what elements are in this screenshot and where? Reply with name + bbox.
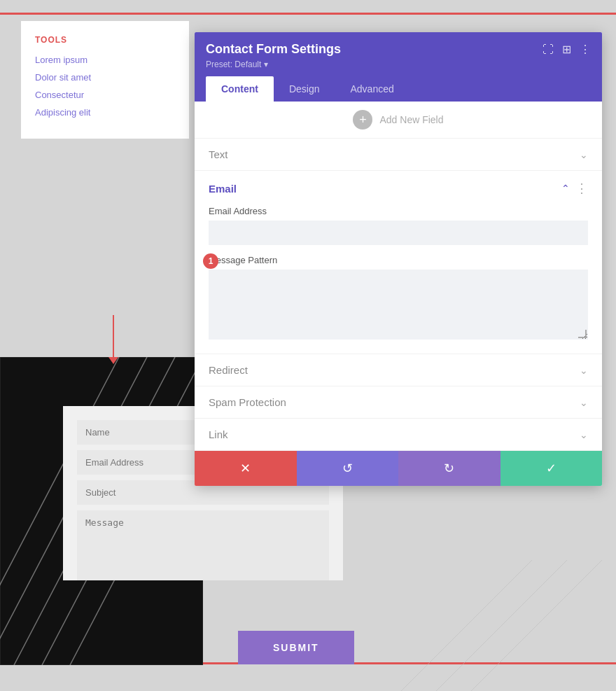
accordion-email-actions: ⌃ ⋮ — [561, 181, 588, 196]
tools-label: TOOLS — [35, 35, 175, 45]
add-field-row: + Add New Field — [195, 102, 602, 139]
panel-title: Contact Form Settings — [206, 42, 341, 57]
accordion-spam-header[interactable]: Spam Protection ⌄ — [195, 386, 602, 418]
fullscreen-icon[interactable]: ⛶ — [542, 43, 554, 56]
accordion-link-title: Link — [209, 428, 228, 440]
panel-icon-group: ⛶ ⊞ ⋮ — [542, 43, 591, 56]
more-options-icon[interactable]: ⋮ — [580, 43, 591, 56]
svg-line-7 — [427, 560, 567, 691]
accordion-email-header[interactable]: Email ⌃ ⋮ — [195, 171, 602, 206]
accordion-text: Text ⌄ — [195, 139, 602, 171]
accordion-redirect-header[interactable]: Redirect ⌄ — [195, 354, 602, 386]
message-pattern-textarea[interactable] — [209, 270, 588, 340]
accordion-redirect: Redirect ⌄ — [195, 354, 602, 386]
arrow-indicator — [108, 315, 118, 364]
accordion-email-title: Email — [209, 183, 237, 195]
accordion-spam-chevron: ⌄ — [580, 397, 588, 408]
panel-body: + Add New Field Text ⌄ Email ⌃ ⋮ Email A… — [195, 102, 602, 451]
save-button[interactable]: ✓ — [500, 451, 603, 486]
accordion-email-dots[interactable]: ⋮ — [575, 181, 588, 196]
panel-header: Contact Form Settings ⛶ ⊞ ⋮ Preset: Defa… — [195, 32, 602, 102]
accordion-email-chevron: ⌃ — [561, 183, 570, 194]
message-pattern-wrapper — [209, 270, 588, 340]
email-address-input[interactable] — [209, 221, 588, 245]
tab-advanced[interactable]: Advanced — [335, 76, 409, 102]
accordion-link: Link ⌄ — [195, 419, 602, 451]
accordion-email: Email ⌃ ⋮ Email Address Message Pattern — [195, 171, 602, 354]
arrow-head — [108, 357, 118, 364]
left-sidebar: TOOLS Lorem ipsum Dolor sit amet Consect… — [21, 21, 189, 139]
submit-button-wrapper: SUBMIT — [238, 631, 354, 664]
accordion-redirect-title: Redirect — [209, 364, 248, 376]
add-field-label: Add New Field — [379, 114, 443, 125]
accordion-text-chevron: ⌄ — [580, 149, 588, 160]
cancel-button[interactable]: ✕ — [195, 451, 297, 486]
accordion-link-chevron: ⌄ — [580, 429, 588, 440]
add-field-button[interactable]: + — [353, 110, 372, 130]
accordion-text-header[interactable]: Text ⌄ — [195, 139, 602, 170]
canvas-right-geo — [392, 560, 616, 691]
submit-button[interactable]: SUBMIT — [238, 631, 354, 664]
email-section-body: Email Address Message Pattern — [195, 206, 602, 354]
undo-button[interactable]: ↺ — [297, 451, 399, 486]
grid-icon[interactable]: ⊞ — [562, 43, 571, 56]
arrow-line — [113, 315, 114, 357]
sidebar-item-3[interactable]: Adipiscing elit — [35, 107, 175, 118]
svg-line-6 — [392, 560, 532, 691]
canvas-border-top — [0, 13, 616, 15]
accordion-spam: Spam Protection ⌄ — [195, 386, 602, 419]
redo-button[interactable]: ↻ — [398, 451, 500, 486]
preset-selector[interactable]: Preset: Default ▾ — [206, 60, 591, 69]
tab-design[interactable]: Design — [274, 76, 335, 102]
sidebar-item-1[interactable]: Dolor sit amet — [35, 72, 175, 83]
panel-toolbar: ✕ ↺ ↻ ✓ — [195, 451, 602, 486]
accordion-spam-title: Spam Protection — [209, 396, 286, 408]
sidebar-item-2[interactable]: Consectetur — [35, 90, 175, 100]
accordion-link-header[interactable]: Link ⌄ — [195, 419, 602, 450]
message-pattern-label: Message Pattern — [209, 255, 588, 265]
accordion-text-title: Text — [209, 148, 228, 160]
settings-panel: Contact Form Settings ⛶ ⊞ ⋮ Preset: Defa… — [195, 32, 602, 486]
accordion-redirect-chevron: ⌄ — [580, 365, 588, 376]
field-badge-1: 1 — [203, 253, 218, 269]
svg-line-8 — [462, 560, 602, 691]
form-message-textarea[interactable] — [77, 510, 329, 580]
email-address-label: Email Address — [209, 206, 588, 216]
tab-content[interactable]: Content — [206, 76, 274, 102]
sidebar-item-0[interactable]: Lorem ipsum — [35, 55, 175, 65]
panel-tabs: Content Design Advanced — [206, 76, 591, 102]
